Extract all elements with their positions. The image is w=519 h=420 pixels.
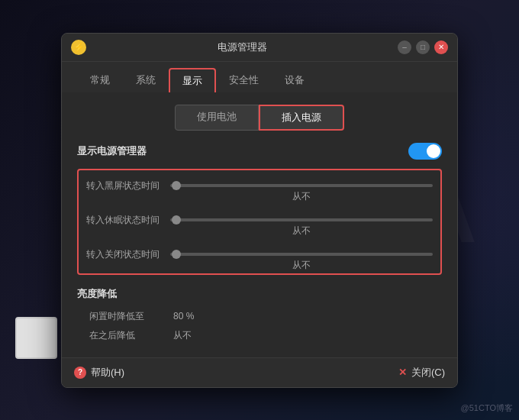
brightness-row-after: 在之后降低 从不	[89, 326, 442, 345]
display-section-header: 显示电源管理器	[77, 143, 442, 160]
close-window-button[interactable]: ✕	[434, 40, 448, 54]
subtab-battery[interactable]: 使用电池	[175, 105, 259, 131]
slider-sleep-track[interactable]	[170, 218, 433, 221]
app-icon: ⚡	[71, 40, 86, 55]
main-window: ⚡ 电源管理器 – □ ✕ 常规 系统 显示 安全性 设备 使用电池 插入电源 …	[61, 33, 458, 388]
minimize-button[interactable]: –	[398, 40, 411, 54]
slider-row-shutdown: 转入关闭状态时间 从不	[86, 245, 433, 264]
brightness-idle-label: 闲置时降低至	[89, 310, 173, 323]
footer: ? 帮助(H) ✕ 关闭(C)	[62, 357, 457, 387]
brightness-after-value: 从不	[173, 329, 192, 342]
help-icon: ?	[74, 367, 86, 379]
brightness-row-idle: 闲置时降低至 80 %	[89, 307, 442, 326]
sub-tabs: 使用电池 插入电源	[77, 105, 442, 131]
subtab-plugged[interactable]: 插入电源	[259, 105, 344, 131]
brightness-section: 亮度降低 闲置时降低至 80 % 在之后降低 从不	[77, 287, 442, 345]
tab-security[interactable]: 安全性	[216, 68, 272, 92]
slider-shutdown-track[interactable]	[170, 253, 433, 256]
slider-blackscreen-container: 从不	[170, 184, 433, 187]
brightness-title: 亮度降低	[77, 287, 442, 301]
tab-devices[interactable]: 设备	[272, 68, 318, 92]
close-button[interactable]: ✕ 关闭(C)	[398, 366, 445, 380]
window-title: 电源管理器	[86, 40, 398, 54]
slider-sleep-value: 从不	[170, 225, 433, 237]
slider-sleep-thumb[interactable]	[172, 215, 181, 225]
titlebar: ⚡ 电源管理器 – □ ✕	[62, 34, 457, 62]
slider-row-blackscreen: 转入黑屏状态时间 从不	[86, 176, 433, 195]
help-button[interactable]: ? 帮助(H)	[74, 366, 124, 380]
slider-shutdown-label: 转入关闭状态时间	[86, 248, 170, 261]
main-tabs: 常规 系统 显示 安全性 设备	[62, 62, 457, 92]
display-toggle[interactable]	[408, 143, 442, 160]
sliders-box: 转入黑屏状态时间 从不 转入休眠状态时间 从不	[77, 169, 442, 275]
slider-shutdown-container: 从不	[170, 253, 433, 256]
brightness-after-label: 在之后降低	[89, 329, 173, 342]
content-area: 使用电池 插入电源 显示电源管理器 转入黑屏状态时间 从不 转入休眠状	[62, 92, 457, 357]
slider-sleep-label: 转入休眠状态时间	[86, 214, 170, 227]
tab-general[interactable]: 常规	[77, 68, 123, 92]
tab-system[interactable]: 系统	[123, 68, 169, 92]
watermark: @51CTO博客	[461, 402, 513, 414]
help-label: 帮助(H)	[91, 366, 124, 380]
slider-shutdown-value: 从不	[170, 259, 433, 272]
display-section-title: 显示电源管理器	[77, 144, 147, 158]
brightness-idle-value: 80 %	[173, 311, 194, 321]
slider-blackscreen-track[interactable]	[170, 184, 433, 187]
close-x-icon: ✕	[398, 367, 407, 378]
window-controls: – □ ✕	[398, 40, 448, 54]
maximize-button[interactable]: □	[416, 40, 430, 54]
decorative-box	[15, 317, 57, 359]
slider-blackscreen-thumb[interactable]	[172, 181, 181, 190]
slider-row-sleep: 转入休眠状态时间 从不	[86, 211, 433, 230]
slider-blackscreen-label: 转入黑屏状态时间	[86, 179, 170, 192]
close-label: 关闭(C)	[411, 366, 445, 380]
slider-sleep-container: 从不	[170, 218, 433, 221]
slider-blackscreen-value: 从不	[170, 190, 433, 203]
tab-display[interactable]: 显示	[169, 68, 216, 92]
slider-shutdown-thumb[interactable]	[172, 250, 181, 259]
